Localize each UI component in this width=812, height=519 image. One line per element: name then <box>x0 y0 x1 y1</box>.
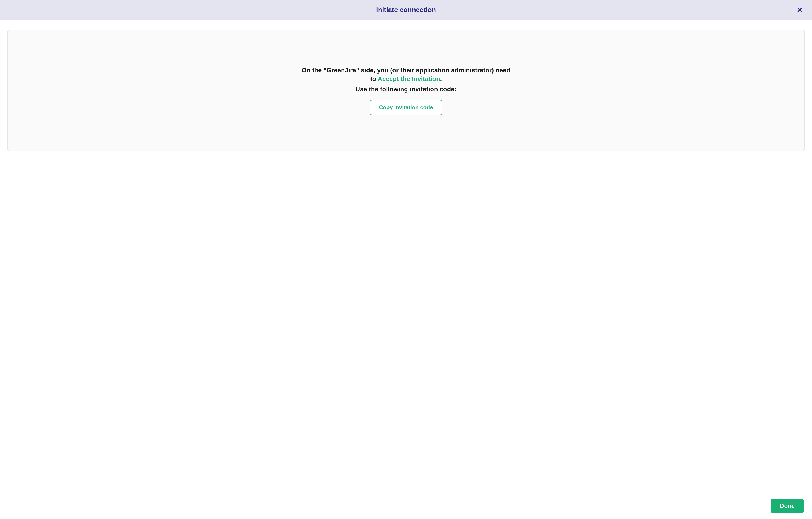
modal-header: Initiate connection ✕ <box>0 0 812 20</box>
instruction-suffix: . <box>440 75 442 82</box>
modal-body: On the "GreenJira" side, you (or their a… <box>0 20 812 491</box>
invitation-code-label: Use the following invitation code: <box>355 86 457 93</box>
modal-title: Initiate connection <box>376 6 436 14</box>
content-card: On the "GreenJira" side, you (or their a… <box>7 30 805 151</box>
modal-footer: Done <box>0 491 812 519</box>
close-icon: ✕ <box>797 6 803 14</box>
close-button[interactable]: ✕ <box>795 5 804 15</box>
done-button[interactable]: Done <box>771 499 804 513</box>
accept-invitation-link[interactable]: Accept the Invitation <box>378 75 440 82</box>
instruction-text: On the "GreenJira" side, you (or their a… <box>300 66 512 83</box>
copy-invitation-code-button[interactable]: Copy invitation code <box>370 100 442 115</box>
